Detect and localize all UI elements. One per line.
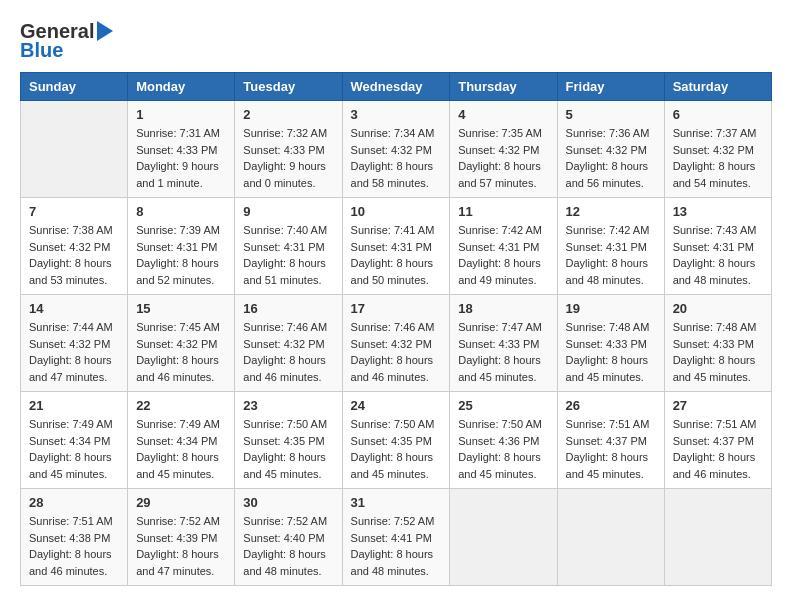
calendar-week-row: 1 Sunrise: 7:31 AM Sunset: 4:33 PM Dayli… [21,101,772,198]
day-info: Sunrise: 7:37 AM Sunset: 4:32 PM Dayligh… [673,125,763,191]
sunset-text: Sunset: 4:33 PM [566,338,647,350]
calendar-cell: 30 Sunrise: 7:52 AM Sunset: 4:40 PM Dayl… [235,489,342,586]
calendar-cell: 2 Sunrise: 7:32 AM Sunset: 4:33 PM Dayli… [235,101,342,198]
day-number: 14 [29,301,119,316]
calendar-cell: 26 Sunrise: 7:51 AM Sunset: 4:37 PM Dayl… [557,392,664,489]
daylight-text: Daylight: 8 hours and 49 minutes. [458,257,541,286]
sunrise-text: Sunrise: 7:48 AM [673,321,757,333]
daylight-text: Daylight: 8 hours and 47 minutes. [29,354,112,383]
sunrise-text: Sunrise: 7:50 AM [243,418,327,430]
sunrise-text: Sunrise: 7:49 AM [29,418,113,430]
sunrise-text: Sunrise: 7:32 AM [243,127,327,139]
sunset-text: Sunset: 4:31 PM [351,241,432,253]
logo: General Blue [20,20,113,62]
daylight-text: Daylight: 8 hours and 46 minutes. [243,354,326,383]
header: General Blue [20,20,772,62]
sunrise-text: Sunrise: 7:52 AM [136,515,220,527]
sunrise-text: Sunrise: 7:46 AM [351,321,435,333]
sunrise-text: Sunrise: 7:47 AM [458,321,542,333]
day-info: Sunrise: 7:46 AM Sunset: 4:32 PM Dayligh… [243,319,333,385]
daylight-text: Daylight: 8 hours and 46 minutes. [29,548,112,577]
sunrise-text: Sunrise: 7:50 AM [351,418,435,430]
calendar-cell: 22 Sunrise: 7:49 AM Sunset: 4:34 PM Dayl… [128,392,235,489]
calendar-cell: 13 Sunrise: 7:43 AM Sunset: 4:31 PM Dayl… [664,198,771,295]
daylight-text: Daylight: 8 hours and 53 minutes. [29,257,112,286]
day-number: 8 [136,204,226,219]
weekday-header-monday: Monday [128,73,235,101]
calendar-cell: 20 Sunrise: 7:48 AM Sunset: 4:33 PM Dayl… [664,295,771,392]
sunrise-text: Sunrise: 7:44 AM [29,321,113,333]
sunrise-text: Sunrise: 7:43 AM [673,224,757,236]
sunset-text: Sunset: 4:32 PM [29,338,110,350]
sunset-text: Sunset: 4:34 PM [29,435,110,447]
calendar-cell: 4 Sunrise: 7:35 AM Sunset: 4:32 PM Dayli… [450,101,557,198]
sunset-text: Sunset: 4:31 PM [243,241,324,253]
day-number: 5 [566,107,656,122]
sunset-text: Sunset: 4:40 PM [243,532,324,544]
day-info: Sunrise: 7:40 AM Sunset: 4:31 PM Dayligh… [243,222,333,288]
sunrise-text: Sunrise: 7:52 AM [243,515,327,527]
day-info: Sunrise: 7:49 AM Sunset: 4:34 PM Dayligh… [29,416,119,482]
logo-arrow-icon [97,21,113,41]
daylight-text: Daylight: 8 hours and 45 minutes. [458,451,541,480]
calendar-cell [450,489,557,586]
calendar-cell: 17 Sunrise: 7:46 AM Sunset: 4:32 PM Dayl… [342,295,450,392]
sunset-text: Sunset: 4:32 PM [458,144,539,156]
day-number: 2 [243,107,333,122]
daylight-text: Daylight: 8 hours and 45 minutes. [351,451,434,480]
weekday-header-sunday: Sunday [21,73,128,101]
daylight-text: Daylight: 8 hours and 50 minutes. [351,257,434,286]
calendar-cell: 5 Sunrise: 7:36 AM Sunset: 4:32 PM Dayli… [557,101,664,198]
daylight-text: Daylight: 8 hours and 58 minutes. [351,160,434,189]
sunset-text: Sunset: 4:36 PM [458,435,539,447]
weekday-header-wednesday: Wednesday [342,73,450,101]
day-info: Sunrise: 7:46 AM Sunset: 4:32 PM Dayligh… [351,319,442,385]
calendar-week-row: 28 Sunrise: 7:51 AM Sunset: 4:38 PM Dayl… [21,489,772,586]
day-number: 11 [458,204,548,219]
calendar-cell: 25 Sunrise: 7:50 AM Sunset: 4:36 PM Dayl… [450,392,557,489]
day-info: Sunrise: 7:50 AM Sunset: 4:35 PM Dayligh… [351,416,442,482]
sunset-text: Sunset: 4:32 PM [351,338,432,350]
calendar-cell: 29 Sunrise: 7:52 AM Sunset: 4:39 PM Dayl… [128,489,235,586]
calendar-cell: 11 Sunrise: 7:42 AM Sunset: 4:31 PM Dayl… [450,198,557,295]
daylight-text: Daylight: 8 hours and 45 minutes. [566,354,649,383]
daylight-text: Daylight: 9 hours and 1 minute. [136,160,219,189]
sunrise-text: Sunrise: 7:51 AM [673,418,757,430]
sunrise-text: Sunrise: 7:49 AM [136,418,220,430]
weekday-header-saturday: Saturday [664,73,771,101]
daylight-text: Daylight: 8 hours and 45 minutes. [243,451,326,480]
sunrise-text: Sunrise: 7:46 AM [243,321,327,333]
calendar-cell [21,101,128,198]
daylight-text: Daylight: 8 hours and 47 minutes. [136,548,219,577]
day-info: Sunrise: 7:42 AM Sunset: 4:31 PM Dayligh… [566,222,656,288]
day-number: 21 [29,398,119,413]
calendar-cell: 1 Sunrise: 7:31 AM Sunset: 4:33 PM Dayli… [128,101,235,198]
day-info: Sunrise: 7:42 AM Sunset: 4:31 PM Dayligh… [458,222,548,288]
day-info: Sunrise: 7:49 AM Sunset: 4:34 PM Dayligh… [136,416,226,482]
calendar-cell: 6 Sunrise: 7:37 AM Sunset: 4:32 PM Dayli… [664,101,771,198]
sunset-text: Sunset: 4:31 PM [566,241,647,253]
sunrise-text: Sunrise: 7:40 AM [243,224,327,236]
daylight-text: Daylight: 8 hours and 48 minutes. [566,257,649,286]
calendar-cell: 10 Sunrise: 7:41 AM Sunset: 4:31 PM Dayl… [342,198,450,295]
sunset-text: Sunset: 4:32 PM [566,144,647,156]
calendar-cell: 27 Sunrise: 7:51 AM Sunset: 4:37 PM Dayl… [664,392,771,489]
sunrise-text: Sunrise: 7:42 AM [458,224,542,236]
day-number: 4 [458,107,548,122]
sunset-text: Sunset: 4:32 PM [243,338,324,350]
calendar-cell: 23 Sunrise: 7:50 AM Sunset: 4:35 PM Dayl… [235,392,342,489]
daylight-text: Daylight: 8 hours and 54 minutes. [673,160,756,189]
sunrise-text: Sunrise: 7:34 AM [351,127,435,139]
day-number: 1 [136,107,226,122]
day-number: 24 [351,398,442,413]
daylight-text: Daylight: 8 hours and 46 minutes. [351,354,434,383]
calendar-cell: 19 Sunrise: 7:48 AM Sunset: 4:33 PM Dayl… [557,295,664,392]
calendar-cell: 24 Sunrise: 7:50 AM Sunset: 4:35 PM Dayl… [342,392,450,489]
calendar-week-row: 21 Sunrise: 7:49 AM Sunset: 4:34 PM Dayl… [21,392,772,489]
day-number: 31 [351,495,442,510]
calendar-cell: 31 Sunrise: 7:52 AM Sunset: 4:41 PM Dayl… [342,489,450,586]
sunrise-text: Sunrise: 7:39 AM [136,224,220,236]
calendar-cell: 21 Sunrise: 7:49 AM Sunset: 4:34 PM Dayl… [21,392,128,489]
sunset-text: Sunset: 4:37 PM [673,435,754,447]
daylight-text: Daylight: 8 hours and 45 minutes. [29,451,112,480]
